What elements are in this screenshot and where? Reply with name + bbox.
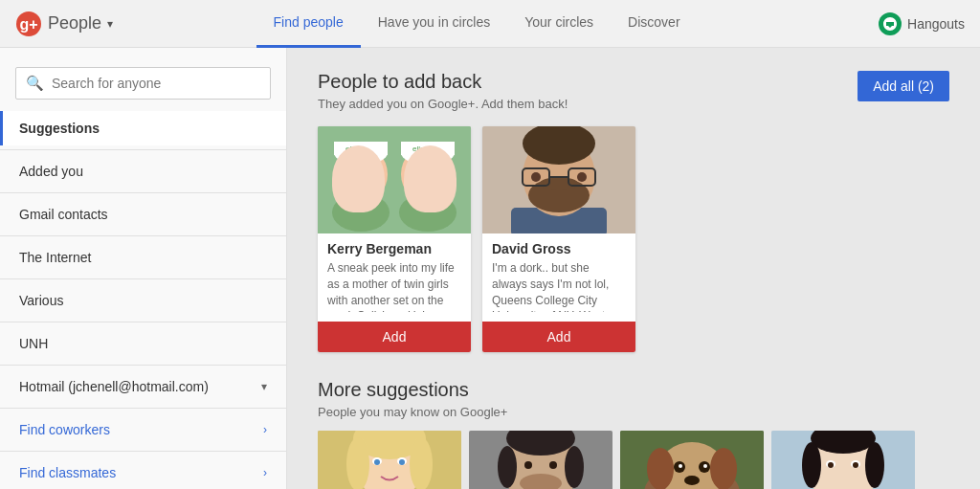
david-add-button[interactable]: Add xyxy=(482,322,635,352)
add-back-section-header: People to add back They added you on Goo… xyxy=(318,71,949,111)
svg-text:ellen: ellen xyxy=(412,144,429,153)
sidebar-hotmail-label: Hotmail (jchenell@hotmail.com) xyxy=(19,379,209,394)
hotmail-chevron-icon: ▾ xyxy=(261,380,267,393)
sidebar-divider-3 xyxy=(0,235,286,236)
hangouts-button[interactable]: Hangouts xyxy=(879,12,965,35)
search-container: 🔍 xyxy=(0,59,286,111)
chevron-right-icon-2: › xyxy=(263,466,267,479)
more-suggestions-subtitle: People you may know on Google+ xyxy=(318,405,949,419)
svg-point-55 xyxy=(679,464,682,468)
sidebar-item-gmail-contacts[interactable]: Gmail contacts xyxy=(0,197,286,232)
add-back-title: People to add back xyxy=(318,71,568,93)
sidebar-gmail-label: Gmail contacts xyxy=(19,207,108,222)
chevron-right-icon-1: › xyxy=(263,423,267,436)
search-box[interactable]: 🔍 xyxy=(15,67,271,100)
more-suggestions-section: More suggestions People you may know on … xyxy=(318,379,949,489)
sidebar-suggestions-label: Suggestions xyxy=(19,121,100,136)
sidebar-item-added-you[interactable]: Added you xyxy=(0,154,286,189)
main-layout: 🔍 Suggestions Added you Gmail contacts T… xyxy=(0,48,980,489)
svg-point-27 xyxy=(531,172,541,182)
sidebar-various-label: Various xyxy=(19,293,63,308)
sidebar-item-suggestions[interactable]: Suggestions xyxy=(0,111,286,145)
sidebar-divider-4 xyxy=(0,278,286,279)
svg-point-44 xyxy=(524,461,532,469)
svg-point-28 xyxy=(577,172,587,182)
hangouts-label: Hangouts xyxy=(907,16,965,32)
svg-point-43 xyxy=(565,446,584,488)
people-cards-row: ellen ellen Kerry Bergeman A sneak peek … xyxy=(318,126,949,352)
sidebar: 🔍 Suggestions Added you Gmail contacts T… xyxy=(0,48,287,489)
svg-point-37 xyxy=(374,459,380,465)
svg-point-45 xyxy=(549,461,557,469)
kerry-add-button[interactable]: Add xyxy=(318,322,471,352)
svg-point-13 xyxy=(417,171,423,177)
sidebar-item-unh[interactable]: UNH xyxy=(0,326,286,361)
main-content: People to add back They added you on Goo… xyxy=(287,48,980,489)
sidebar-internet-label: The Internet xyxy=(19,250,92,265)
sidebar-coworkers-label: Find coworkers xyxy=(19,422,110,437)
svg-point-56 xyxy=(703,464,707,468)
svg-point-52 xyxy=(710,448,737,489)
person-card-kerry: ellen ellen Kerry Bergeman A sneak peek … xyxy=(318,126,471,352)
sidebar-added-you-label: Added you xyxy=(19,164,83,179)
more-cards-row xyxy=(318,431,949,489)
nav-tabs: Find people Have you in circles Your cir… xyxy=(256,0,698,48)
sidebar-item-the-internet[interactable]: The Internet xyxy=(0,240,286,275)
svg-point-61 xyxy=(802,442,821,488)
svg-point-66 xyxy=(853,462,858,468)
sidebar-divider-5 xyxy=(0,322,286,322)
top-nav-right: Hangouts xyxy=(879,12,965,35)
svg-point-23 xyxy=(540,177,578,190)
svg-point-38 xyxy=(399,459,405,465)
sidebar-classmates-label: Find classmates xyxy=(19,465,116,480)
sidebar-divider-8 xyxy=(0,451,286,452)
svg-point-34 xyxy=(410,437,433,489)
svg-point-65 xyxy=(828,462,834,468)
kerry-photo: ellen ellen xyxy=(318,126,471,233)
app-title: People xyxy=(48,13,101,33)
google-plus-icon: g+ xyxy=(15,11,42,37)
svg-point-14 xyxy=(433,171,438,177)
svg-text:ellen: ellen xyxy=(345,144,362,153)
more-card-3 xyxy=(620,431,764,489)
svg-point-62 xyxy=(865,442,884,488)
tab-discover[interactable]: Discover xyxy=(611,0,697,48)
more-card-4 xyxy=(771,431,915,489)
sidebar-divider-1 xyxy=(0,149,286,150)
sidebar-unh-label: UNH xyxy=(19,336,48,351)
sidebar-item-hotmail[interactable]: Hotmail (jchenell@hotmail.com) ▾ xyxy=(0,369,286,404)
app-logo-area[interactable]: g+ People ▾ xyxy=(15,11,113,37)
david-desc: I'm a dork.. but she always says I'm not… xyxy=(492,260,626,312)
tab-have-you-in-circles[interactable]: Have you in circles xyxy=(361,0,508,48)
svg-point-3 xyxy=(332,193,390,232)
add-back-subtitle: They added you on Google+. Add them back… xyxy=(318,97,568,111)
svg-point-51 xyxy=(647,448,674,489)
svg-point-33 xyxy=(346,437,369,489)
kerry-photo-visual: ellen ellen xyxy=(318,126,471,233)
svg-point-42 xyxy=(498,446,517,488)
svg-point-12 xyxy=(366,171,371,177)
svg-point-4 xyxy=(399,193,457,232)
david-card-body: David Gross I'm a dork.. but she always … xyxy=(482,233,635,320)
sidebar-find-classmates[interactable]: Find classmates › xyxy=(0,456,286,489)
sidebar-item-various[interactable]: Various xyxy=(0,283,286,318)
hangouts-icon xyxy=(879,12,902,35)
chevron-down-icon: ▾ xyxy=(107,17,113,31)
add-all-button[interactable]: Add all (2) xyxy=(858,71,949,101)
tab-your-circles[interactable]: Your circles xyxy=(507,0,611,48)
svg-point-57 xyxy=(684,476,700,485)
top-nav: g+ People ▾ Find people Have you in circ… xyxy=(0,0,980,48)
david-name: David Gross xyxy=(492,241,626,256)
tab-find-people[interactable]: Find people xyxy=(256,0,361,48)
svg-text:g+: g+ xyxy=(19,16,37,33)
sidebar-find-coworkers[interactable]: Find coworkers › xyxy=(0,412,286,447)
david-photo xyxy=(482,126,635,233)
kerry-name: Kerry Bergeman xyxy=(327,241,461,256)
search-input[interactable] xyxy=(52,76,260,91)
person-card-david: David Gross I'm a dork.. but she always … xyxy=(482,126,635,352)
sidebar-divider-6 xyxy=(0,365,286,366)
kerry-card-body: Kerry Bergeman A sneak peek into my life… xyxy=(318,233,471,320)
more-suggestions-title: More suggestions xyxy=(318,379,949,401)
svg-point-11 xyxy=(350,171,356,177)
sidebar-divider-2 xyxy=(0,192,286,193)
